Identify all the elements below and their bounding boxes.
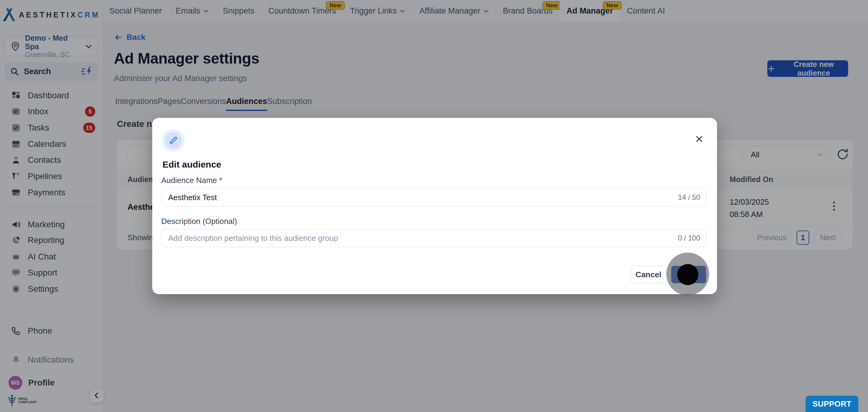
close-icon — [695, 135, 704, 143]
pencil-icon — [169, 136, 178, 145]
description-label: Description (Optional) — [161, 217, 237, 226]
audience-name-label: Audience Name * — [161, 176, 222, 185]
audience-name-field-wrap: 14 / 50 — [161, 188, 707, 207]
pencil-badge — [162, 129, 185, 152]
description-field-wrap: 0 / 100 — [161, 229, 707, 247]
app-root: AESTHETIXCRM Demo - Med Spa Greenville, … — [0, 0, 868, 412]
modal-title: Edit audience — [162, 159, 221, 170]
modal-close-button[interactable] — [692, 132, 706, 146]
description-char-counter: 0 / 100 — [678, 234, 700, 242]
description-input[interactable] — [161, 229, 707, 247]
name-char-counter: 14 / 50 — [678, 193, 700, 202]
save-button[interactable]: Save — [671, 266, 706, 283]
cancel-button[interactable]: Cancel — [631, 266, 666, 283]
audience-name-input[interactable] — [161, 188, 707, 207]
support-button[interactable]: SUPPORT — [806, 396, 858, 412]
edit-audience-modal: Edit audience Audience Name * 14 / 50 De… — [152, 118, 717, 294]
